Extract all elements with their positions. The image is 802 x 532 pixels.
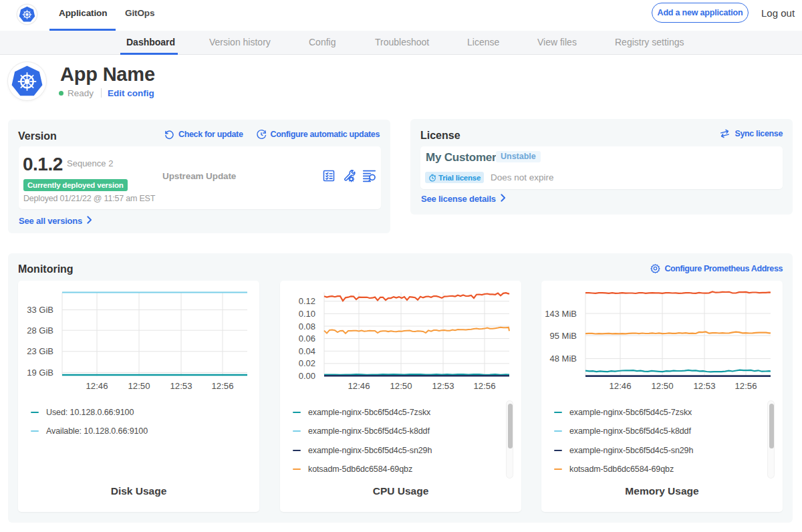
svg-text:12:46: 12:46 [348, 381, 370, 391]
svg-text:12:53: 12:53 [693, 381, 715, 391]
svg-text:12:46: 12:46 [609, 381, 631, 391]
svg-text:12:56: 12:56 [473, 381, 495, 391]
svg-text:12:56: 12:56 [734, 381, 757, 391]
svg-text:28 GiB: 28 GiB [27, 325, 53, 336]
svg-text:12:56: 12:56 [211, 381, 233, 391]
svg-text:0.00: 0.00 [299, 371, 315, 381]
svg-text:95 MiB: 95 MiB [550, 331, 577, 341]
svg-text:48 MiB: 48 MiB [550, 354, 577, 364]
svg-text:0.02: 0.02 [299, 358, 315, 368]
svg-text:12:50: 12:50 [651, 381, 673, 391]
svg-text:143 MiB: 143 MiB [545, 309, 577, 319]
svg-text:33 GiB: 33 GiB [27, 305, 53, 315]
svg-text:19 GiB: 19 GiB [27, 368, 53, 378]
svg-text:0.08: 0.08 [299, 321, 315, 331]
svg-text:23 GiB: 23 GiB [27, 346, 53, 356]
svg-text:12:46: 12:46 [86, 381, 108, 391]
svg-text:12:50: 12:50 [390, 381, 412, 391]
svg-text:0.04: 0.04 [299, 346, 315, 356]
svg-text:12:53: 12:53 [170, 381, 192, 391]
svg-text:0.12: 0.12 [299, 296, 315, 306]
svg-text:12:50: 12:50 [128, 381, 150, 391]
svg-text:12:53: 12:53 [432, 381, 454, 391]
svg-text:0.06: 0.06 [299, 334, 315, 344]
svg-text:0.10: 0.10 [299, 309, 315, 319]
